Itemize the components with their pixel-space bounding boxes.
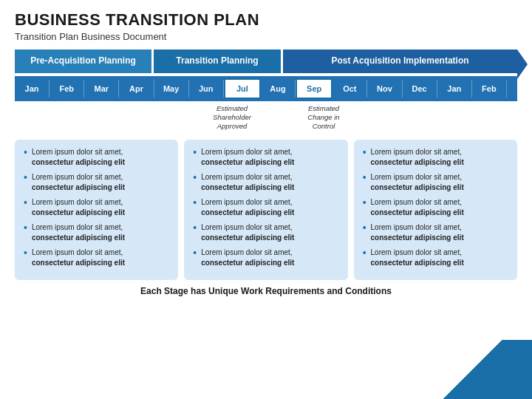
- content-column-1: Lorem ipsum dolor sit amet, consectetur …: [15, 140, 178, 280]
- month-jul: Jul: [224, 78, 261, 99]
- label-control-change: EstimatedChange inControl: [297, 104, 350, 132]
- list-item: Lorem ipsum dolor sit amet, consectetur …: [193, 222, 338, 243]
- footer-text: Each Stage has Unique Work Requirements …: [15, 286, 517, 296]
- list-item: Lorem ipsum dolor sit amet, consectetur …: [193, 172, 338, 193]
- timeline-row: Jan Feb Mar Apr May Jun Jul Aug Sep Oct …: [15, 76, 517, 101]
- month-nov: Nov: [367, 80, 402, 98]
- month-mar: Mar: [84, 80, 119, 98]
- label-shareholder: EstimatedShareholderApproved: [205, 104, 259, 132]
- list-item: Lorem ipsum dolor sit amet, consectetur …: [24, 197, 169, 218]
- bullet-list-3: Lorem ipsum dolor sit amet, consectetur …: [363, 147, 508, 268]
- month-sep: Sep: [296, 78, 332, 99]
- list-item: Lorem ipsum dolor sit amet, consectetur …: [24, 222, 169, 243]
- list-item: Lorem ipsum dolor sit amet, consectetur …: [24, 248, 169, 268]
- month-feb-1: Feb: [50, 80, 84, 98]
- phase-post-acquisition: Post Acquisition Implementation: [283, 50, 517, 73]
- month-dec: Dec: [403, 80, 437, 98]
- month-jan-2: Jan: [437, 80, 472, 98]
- timeline-labels: EstimatedShareholderApproved EstimatedCh…: [15, 103, 517, 135]
- list-item: Lorem ipsum dolor sit amet, consectetur …: [193, 197, 338, 218]
- timeline-arrow: [507, 76, 517, 101]
- bullet-list-1: Lorem ipsum dolor sit amet, consectetur …: [24, 147, 169, 268]
- phase-transition: Transition Planning: [154, 50, 281, 73]
- list-item: Lorem ipsum dolor sit amet, consectetur …: [363, 197, 508, 218]
- main-title: BUSINESS TRANSITION PLAN: [15, 10, 517, 30]
- list-item: Lorem ipsum dolor sit amet, consectetur …: [193, 248, 338, 268]
- phase-pre-acquisition: Pre-Acquisition Planning: [15, 50, 151, 73]
- content-column-3: Lorem ipsum dolor sit amet, consectetur …: [354, 140, 517, 280]
- content-row: Lorem ipsum dolor sit amet, consectetur …: [15, 140, 517, 280]
- list-item: Lorem ipsum dolor sit amet, consectetur …: [363, 172, 508, 193]
- list-item: Lorem ipsum dolor sit amet, consectetur …: [363, 147, 508, 168]
- month-oct: Oct: [332, 80, 367, 98]
- list-item: Lorem ipsum dolor sit amet, consectetur …: [24, 172, 169, 193]
- month-apr: Apr: [119, 80, 154, 98]
- list-item: Lorem ipsum dolor sit amet, consectetur …: [363, 248, 508, 268]
- page-container: BUSINESS TRANSITION PLAN Transition Plan…: [0, 0, 532, 304]
- phase-row: Pre-Acquisition Planning Transition Plan…: [15, 50, 517, 73]
- content-column-2: Lorem ipsum dolor sit amet, consectetur …: [184, 140, 347, 280]
- month-may: May: [154, 80, 189, 98]
- month-jan-1: Jan: [15, 80, 50, 98]
- month-feb-2: Feb: [472, 80, 507, 98]
- list-item: Lorem ipsum dolor sit amet, consectetur …: [193, 147, 338, 168]
- list-item: Lorem ipsum dolor sit amet, consectetur …: [363, 222, 508, 243]
- month-aug: Aug: [261, 80, 296, 98]
- bullet-list-2: Lorem ipsum dolor sit amet, consectetur …: [193, 147, 338, 268]
- list-item: Lorem ipsum dolor sit amet, consectetur …: [24, 147, 169, 168]
- month-jun: Jun: [189, 80, 224, 98]
- sub-title: Transition Plan Business Document: [15, 31, 517, 42]
